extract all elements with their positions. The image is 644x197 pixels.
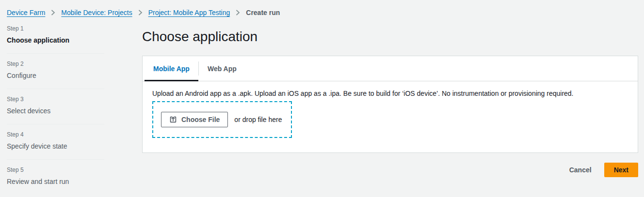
step-divider: [7, 159, 104, 160]
wizard-step-1: Step 1 Choose application: [7, 25, 104, 44]
step-divider: [7, 124, 104, 124]
file-dropzone[interactable]: Choose File or drop file here: [152, 101, 292, 138]
upload-icon: [169, 116, 177, 123]
breadcrumb-link-project-mobile-app-testing[interactable]: Project: Mobile App Testing: [148, 9, 230, 16]
step-divider: [7, 53, 104, 54]
main-content: Choose application Mobile App Web App Up…: [142, 16, 638, 185]
chevron-right-icon: [50, 10, 56, 15]
app-type-tabs: Mobile App Web App: [143, 56, 638, 81]
chevron-right-icon: [235, 10, 241, 15]
breadcrumb-link-device-farm[interactable]: Device Farm: [7, 9, 45, 16]
step-title: Select devices: [7, 107, 104, 115]
wizard-step-5: Step 5 Review and start run: [7, 167, 104, 185]
step-number-label: Step 1: [7, 25, 104, 32]
tab-web-app[interactable]: Web App: [199, 56, 245, 81]
wizard-step-4: Step 4 Specify device state: [7, 131, 104, 150]
step-divider: [7, 89, 104, 89]
step-title: Choose application: [7, 36, 104, 44]
choose-file-button[interactable]: Choose File: [161, 112, 228, 127]
step-title: Configure: [7, 72, 104, 79]
breadcrumb: Device Farm Mobile Device: Projects Proj…: [0, 0, 644, 16]
step-title: Specify device state: [7, 142, 104, 150]
chevron-right-icon: [137, 10, 144, 15]
step-number-label: Step 2: [7, 61, 104, 67]
wizard-step-2: Step 2 Configure: [7, 61, 104, 79]
wizard-step-3: Step 3 Select devices: [7, 96, 104, 115]
step-number-label: Step 4: [7, 131, 104, 138]
breadcrumb-current-create-run: Create run: [246, 9, 280, 16]
card-body: Upload an Android app as a .apk. Upload …: [143, 81, 638, 152]
breadcrumb-link-projects[interactable]: Mobile Device: Projects: [61, 9, 132, 16]
drop-hint-text: or drop file here: [234, 116, 282, 123]
step-number-label: Step 5: [7, 167, 104, 173]
choose-application-card: Mobile App Web App Upload an Android app…: [142, 56, 638, 153]
wizard-steps-nav: Step 1 Choose application Step 2 Configu…: [7, 25, 104, 185]
step-title: Review and start run: [7, 178, 104, 185]
page-layout: Step 1 Choose application Step 2 Configu…: [0, 16, 644, 185]
step-number-label: Step 3: [7, 96, 104, 103]
choose-file-label: Choose File: [181, 116, 220, 123]
next-button[interactable]: Next: [604, 163, 638, 177]
tab-mobile-app[interactable]: Mobile App: [145, 56, 198, 81]
cancel-button[interactable]: Cancel: [569, 166, 592, 174]
upload-description: Upload an Android app as a .apk. Upload …: [152, 90, 628, 97]
wizard-actions: Cancel Next: [142, 163, 638, 177]
page-title: Choose application: [142, 28, 638, 45]
